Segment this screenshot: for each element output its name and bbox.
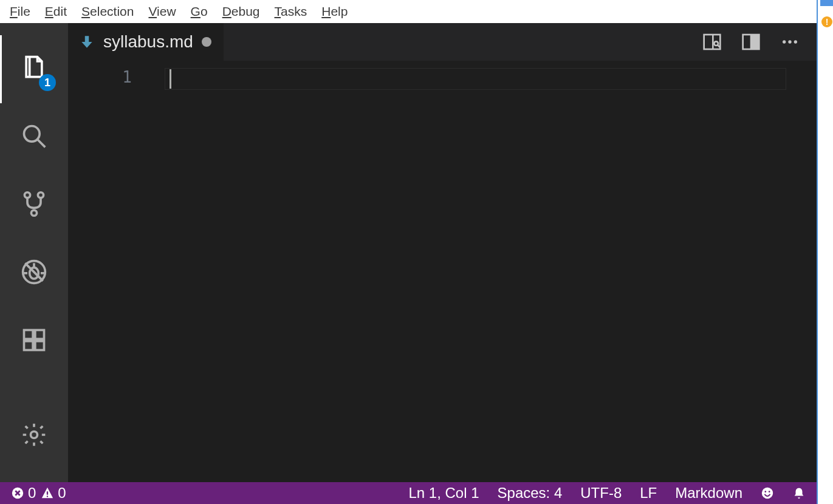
smiley-icon [761, 486, 774, 500]
line-number: 1 [68, 68, 132, 86]
svg-point-15 [31, 432, 38, 438]
svg-point-23 [783, 40, 786, 43]
status-right: Ln 1, Col 1 Spaces: 4 UTF-8 LF Markdown [408, 485, 806, 502]
extensions-icon [21, 327, 47, 356]
menu-tasks[interactable]: Tasks [267, 3, 315, 20]
split-editor-button[interactable] [741, 32, 761, 52]
svg-point-33 [769, 491, 770, 492]
line-number-gutter: 1 [68, 61, 162, 482]
svg-point-30 [47, 495, 48, 497]
status-notifications[interactable] [792, 486, 806, 500]
menu-debug[interactable]: Debug [215, 3, 267, 20]
svg-point-2 [24, 192, 30, 198]
status-feedback[interactable] [761, 486, 774, 500]
code-content[interactable] [162, 61, 798, 482]
svg-point-0 [24, 126, 40, 142]
warning-badge-icon: ! [821, 16, 832, 27]
statusbar: 0 0 Ln 1, Col 1 Spaces: 4 UTF-8 LF Markd… [0, 482, 817, 504]
menu-selection[interactable]: Selection [74, 3, 141, 20]
status-language[interactable]: Markdown [675, 485, 742, 502]
activity-scm[interactable] [0, 171, 68, 239]
tabbar: syllabus.md [68, 23, 817, 61]
tab-label: syllabus.md [103, 32, 193, 52]
status-eol[interactable]: LF [640, 485, 657, 502]
editor-actions [702, 23, 817, 61]
svg-rect-14 [35, 341, 44, 350]
current-line-highlight [165, 68, 786, 90]
menu-edit[interactable]: Edit [38, 3, 74, 20]
svg-rect-12 [35, 330, 44, 339]
svg-rect-22 [751, 35, 759, 49]
gear-icon [21, 421, 47, 451]
error-icon [11, 486, 24, 500]
warnings-count: 0 [58, 485, 66, 502]
text-cursor [170, 69, 171, 89]
errors-count: 0 [28, 485, 36, 502]
explorer-badge: 1 [39, 74, 56, 91]
status-errors[interactable]: 0 [11, 485, 36, 502]
svg-point-4 [31, 210, 36, 216]
svg-point-3 [38, 192, 43, 198]
unsaved-indicator-icon [202, 37, 211, 47]
svg-rect-11 [24, 330, 33, 339]
menu-view[interactable]: View [141, 3, 183, 20]
svg-point-18 [714, 41, 718, 46]
debug-icon [21, 259, 47, 288]
source-control-icon [21, 191, 47, 220]
activity-explorer[interactable]: 1 [0, 35, 68, 103]
menubar: File Edit Selection View Go Debug Tasks … [0, 0, 817, 23]
menu-go[interactable]: Go [183, 3, 215, 20]
status-left: 0 0 [11, 485, 66, 502]
editor-body: 1 [68, 61, 817, 482]
svg-point-25 [794, 40, 797, 43]
status-cursor-position[interactable]: Ln 1, Col 1 [408, 485, 479, 502]
more-actions-button[interactable] [780, 32, 800, 52]
bell-icon [792, 486, 806, 500]
main-area: 1 [0, 23, 817, 482]
activity-debug[interactable] [0, 239, 68, 307]
svg-rect-13 [24, 341, 33, 350]
svg-line-1 [38, 140, 46, 148]
markdown-file-icon [79, 34, 95, 50]
menu-help[interactable]: Help [314, 3, 355, 20]
status-encoding[interactable]: UTF-8 [580, 485, 622, 502]
activity-extensions[interactable] [0, 307, 68, 375]
open-preview-side-button[interactable] [702, 32, 722, 52]
activitybar: 1 [0, 23, 68, 482]
status-indentation[interactable]: Spaces: 4 [498, 485, 563, 502]
minimap[interactable] [798, 61, 817, 482]
svg-point-24 [788, 40, 791, 43]
activity-settings[interactable] [0, 402, 68, 470]
tab-syllabus[interactable]: syllabus.md [68, 23, 224, 61]
status-warnings[interactable]: 0 [41, 485, 66, 502]
svg-point-31 [762, 488, 773, 499]
search-icon [21, 123, 47, 152]
activity-search[interactable] [0, 103, 68, 171]
editor-area: syllabus.md 1 [68, 23, 817, 482]
adjacent-window-titlebar [820, 0, 833, 6]
adjacent-window-sliver: ! [817, 0, 833, 504]
warning-icon [41, 486, 54, 500]
svg-point-32 [764, 491, 766, 492]
menu-file[interactable]: File [2, 3, 38, 20]
